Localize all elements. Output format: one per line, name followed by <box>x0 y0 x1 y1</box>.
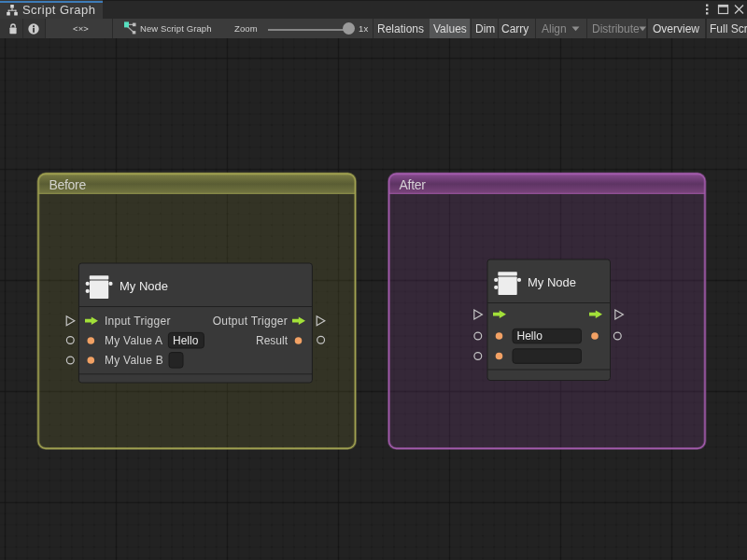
svg-text:Result: Result <box>256 334 289 347</box>
svg-text:My Node: My Node <box>528 275 576 289</box>
svg-text:Hello: Hello <box>173 334 199 347</box>
svg-text:My Value B: My Value B <box>105 354 163 367</box>
svg-text:Hello: Hello <box>517 329 543 343</box>
svg-text:My Node: My Node <box>120 279 168 293</box>
svg-text:My Value A: My Value A <box>105 334 162 347</box>
svg-text:After: After <box>400 177 427 192</box>
svg-text:Before: Before <box>49 177 87 192</box>
svg-text:Input Trigger: Input Trigger <box>105 315 171 328</box>
svg-text:Output Trigger: Output Trigger <box>213 315 288 328</box>
